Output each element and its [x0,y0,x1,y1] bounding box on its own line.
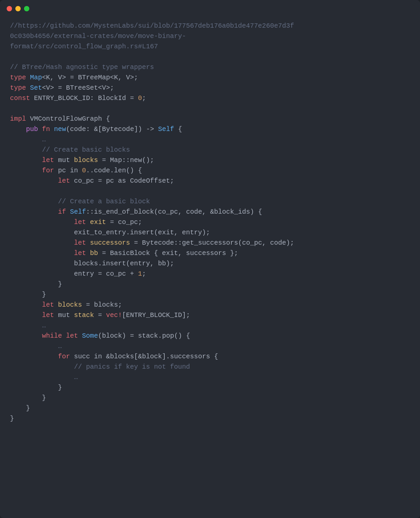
ellipsis-3: … [58,342,62,350]
const-keyword: const [10,94,30,102]
code-window: //https://github.com/MystenLabs/sui/blob… [0,0,420,518]
vec-macro: vec! [106,311,122,319]
for-keyword-2: for [58,353,70,360]
comment-create-blocks: // Create basic blocks [42,146,130,154]
type-map: Map [30,74,42,81]
pub-keyword: pub [26,125,38,133]
var-exit: exit [90,218,106,226]
let-keyword-8: let [66,332,78,340]
while-keyword: while [42,332,62,340]
let-keyword-3: let [74,218,86,226]
const-value: 0 [138,94,142,102]
comment-line-1: // BTree/Hash agnostic type wrappers [10,63,154,71]
fn-keyword: fn [42,125,50,133]
let-keyword-5: let [74,249,86,257]
var-successors: successors [90,239,130,247]
type-keyword-1: type [10,74,26,81]
self-type: Self [158,125,174,133]
ellipsis-1: … [42,136,46,143]
let-keyword-7: let [42,311,54,319]
if-keyword: if [58,208,66,216]
titlebar [0,0,420,17]
comment-panics: // panics if key is not found [74,363,190,371]
ellipsis-4: … [74,373,78,381]
some-type: Some [82,332,98,340]
var-bb: bb [90,249,98,257]
code-display: //https://github.com/MystenLabs/sui/blob… [0,17,420,518]
let-keyword-6: let [42,301,54,309]
let-keyword-2: let [58,177,70,185]
maximize-button[interactable] [24,6,29,11]
var-blocks-2: blocks [58,301,82,309]
comment-create-basic-block: // Create a basic block [58,198,150,205]
var-blocks-1: blocks [74,156,98,164]
type-keyword-2: type [10,84,26,92]
url-comment: //https://github.com/MystenLabs/sui/blob… [10,22,294,50]
let-keyword-4: let [74,239,86,247]
let-keyword-1: let [42,156,54,164]
impl-keyword: impl [10,115,26,123]
type-set: Set [30,84,42,92]
minimize-button[interactable] [15,6,21,11]
fn-new: new [54,125,66,133]
var-stack: stack [74,311,94,319]
for-keyword: for [42,167,54,174]
ellipsis-2: … [42,322,46,329]
close-button[interactable] [7,6,12,11]
